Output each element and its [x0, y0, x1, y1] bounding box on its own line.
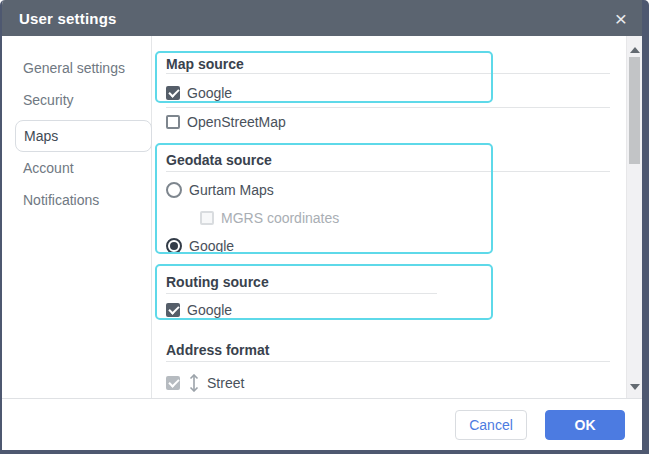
- checkbox-checked-icon[interactable]: [166, 86, 180, 100]
- sidebar-item-label: Notifications: [23, 192, 99, 208]
- radio-unselected-icon[interactable]: [166, 182, 182, 198]
- sidebar-item-general-settings[interactable]: General settings: [2, 52, 151, 84]
- checkbox-checked-icon[interactable]: [166, 303, 180, 317]
- section-title-routing-source: Routing source: [166, 273, 626, 291]
- option-label: Google: [187, 85, 232, 101]
- sidebar-item-label: Maps: [24, 128, 58, 144]
- sidebar-item-security[interactable]: Security: [2, 84, 151, 116]
- dialog-footer: Cancel OK: [2, 398, 642, 450]
- settings-nav: General settings Security Maps Account N…: [2, 36, 152, 398]
- user-settings-dialog: User settings × General settings Securit…: [0, 0, 649, 454]
- option-google-geodata[interactable]: Google: [166, 232, 626, 260]
- sidebar-item-label: Account: [23, 160, 74, 176]
- sidebar-item-label: Security: [23, 92, 74, 108]
- checkbox-unchecked-icon[interactable]: [166, 115, 180, 129]
- sidebar-item-account[interactable]: Account: [2, 152, 151, 184]
- dialog-titlebar: User settings ×: [2, 0, 642, 36]
- scrollbar-thumb[interactable]: [629, 57, 640, 164]
- option-label: MGRS coordinates: [221, 210, 339, 226]
- section-title-map-source: Map source: [166, 55, 626, 73]
- sidebar-item-label: General settings: [23, 60, 125, 76]
- divider: [166, 171, 610, 172]
- option-label: Google: [187, 302, 232, 318]
- section-title-geodata-source: Geodata source: [166, 151, 626, 169]
- divider: [166, 293, 437, 294]
- cancel-button[interactable]: Cancel: [455, 410, 527, 440]
- option-label: Street: [207, 375, 244, 391]
- drag-vertical-icon[interactable]: [189, 374, 199, 392]
- divider: [166, 73, 610, 74]
- scrollbar[interactable]: [626, 36, 642, 398]
- address-format-item-street[interactable]: Street: [166, 369, 626, 397]
- scrollbar-down-icon[interactable]: [630, 384, 640, 390]
- option-label: OpenStreetMap: [187, 114, 286, 130]
- dialog-body: General settings Security Maps Account N…: [2, 36, 642, 398]
- option-label: Google: [189, 238, 234, 254]
- sidebar-item-notifications[interactable]: Notifications: [2, 184, 151, 216]
- radio-selected-icon[interactable]: [166, 238, 182, 254]
- checkbox-disabled-checked-icon: [166, 376, 180, 390]
- option-label: Gurtam Maps: [189, 182, 274, 198]
- ok-button[interactable]: OK: [545, 410, 625, 440]
- close-icon[interactable]: ×: [615, 8, 627, 29]
- section-title-address-format: Address format: [166, 341, 626, 359]
- scrollbar-up-icon[interactable]: [630, 47, 640, 53]
- option-gurtam-maps[interactable]: Gurtam Maps: [166, 176, 626, 204]
- maps-settings-panel: Map source Google OpenStreetMap Geodata …: [152, 36, 626, 398]
- dialog-title: User settings: [19, 10, 117, 27]
- option-mgrs-coordinates: MGRS coordinates: [166, 204, 626, 232]
- checkbox-disabled-icon: [200, 211, 214, 225]
- option-google-routing[interactable]: Google: [166, 296, 626, 324]
- sidebar-item-maps[interactable]: Maps: [15, 120, 152, 152]
- divider: [166, 361, 610, 362]
- option-google-map-source[interactable]: Google: [166, 79, 626, 107]
- option-openstreetmap[interactable]: OpenStreetMap: [166, 108, 626, 136]
